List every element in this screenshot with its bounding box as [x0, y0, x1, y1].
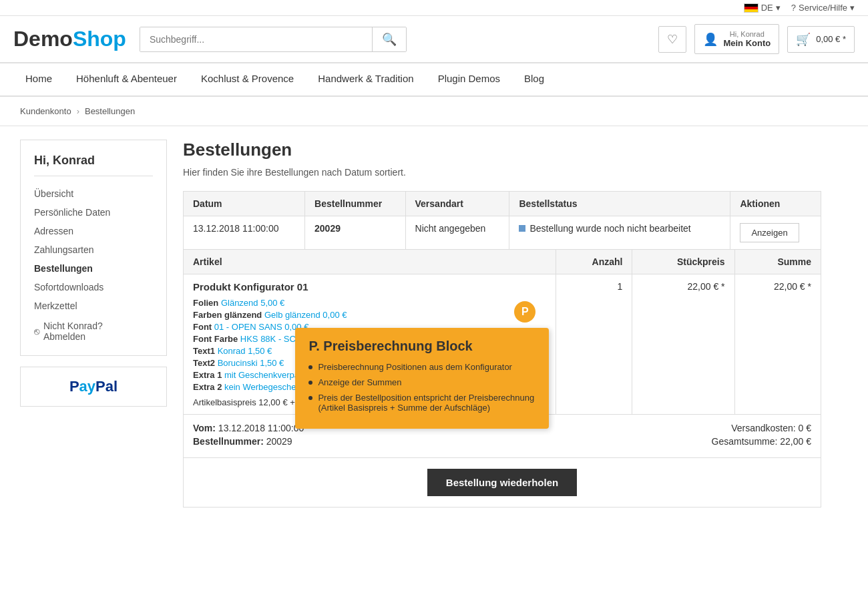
- page-subtitle: Hier finden Sie ihre Bestellungen nach D…: [183, 167, 821, 178]
- tooltip-text-3: Preis der Bestellposition entspricht der…: [318, 393, 535, 413]
- nav-item-home[interactable]: Home: [13, 63, 64, 95]
- logo[interactable]: DemoShop: [13, 27, 126, 51]
- sidebar-item-sofortdownloads[interactable]: Sofortdownloads: [34, 278, 153, 296]
- question-icon: ?: [791, 3, 796, 13]
- order-aktionen-cell: Anzeigen: [730, 216, 821, 250]
- tooltip-item-2: Anzeige der Summen: [308, 377, 535, 387]
- basispreis-value: 12,00 €: [258, 397, 290, 407]
- order-row: 13.12.2018 11:00:00 20029 Nicht angegebe…: [184, 216, 821, 250]
- sidebar-item-bestellungen[interactable]: Bestellungen: [34, 259, 153, 278]
- main-nav: Home Höhenluft & Abenteuer Kochlust & Pr…: [0, 63, 868, 97]
- status-dot-icon: [519, 225, 525, 232]
- th-aktionen: Aktionen: [730, 192, 821, 216]
- footer-right: Versandkosten: 0 € Gesamtsumme: 22,00 €: [712, 423, 811, 449]
- sidebar-item-adressen[interactable]: Adressen: [34, 222, 153, 240]
- sidebar: Hi, Konrad Übersicht Persönliche Daten A…: [20, 140, 167, 508]
- service-chevron-icon: ▾: [850, 3, 855, 13]
- account-label: Mein Konto: [723, 38, 771, 48]
- sidebar-item-ubersicht[interactable]: Übersicht: [34, 184, 153, 203]
- main-layout: Hi, Konrad Übersicht Persönliche Daten A…: [0, 126, 841, 521]
- breadcrumb-separator: ›: [77, 106, 79, 116]
- th-versandart: Versandart: [405, 192, 509, 216]
- breadcrumb-root[interactable]: Kundenkonto: [20, 106, 71, 116]
- config-farben: Farben glänzend Gelb glänzend 0,00 €: [193, 310, 546, 320]
- sidebar-item-merkzettel[interactable]: Merkzettel: [34, 296, 153, 315]
- header-actions: ♡ 👤 Hi, Konrad Mein Konto 🛒 0,00 € *: [658, 24, 855, 54]
- search-button[interactable]: 🔍: [372, 27, 406, 51]
- article-row: Produkt Konfigurator 01 Folien Glänzend …: [184, 274, 821, 415]
- orders-table: Datum Bestellnummer Versandart Bestellst…: [183, 191, 821, 250]
- article-detail-cell: Produkt Konfigurator 01 Folien Glänzend …: [184, 274, 556, 415]
- service-help-link[interactable]: ? Service/Hilfe ▾: [791, 3, 855, 13]
- nav-item-handwerk[interactable]: Handwerk & Tradition: [306, 63, 425, 95]
- flag-de-icon: [744, 3, 758, 13]
- order-status-text: Bestellung wurde noch nicht bearbeitet: [529, 223, 690, 234]
- order-datum: 13.12.2018 11:00:00: [184, 216, 305, 250]
- top-bar: DE ▾ ? Service/Hilfe ▾: [0, 0, 868, 16]
- sidebar-greeting: Hi, Konrad: [34, 154, 153, 176]
- search-bar: 🔍: [140, 27, 407, 52]
- search-icon: 🔍: [382, 33, 397, 46]
- nav-item-blog[interactable]: Blog: [512, 63, 556, 95]
- article-table: Artikel Anzahl Stückpreis Summe Produkt …: [183, 250, 821, 415]
- paypal-logo: PayPal: [69, 378, 118, 395]
- config-folien: Folien Glänzend 5,00 €: [193, 298, 546, 308]
- repeat-order-button[interactable]: Bestellung wiederholen: [427, 469, 577, 496]
- footer-gesamtsumme: Gesamtsumme: 22,00 €: [712, 436, 811, 447]
- th-datum: Datum: [184, 192, 305, 216]
- account-text: Hi, Konrad Mein Konto: [723, 30, 771, 48]
- language-selector[interactable]: DE ▾: [744, 3, 781, 13]
- th-bestellstatus: Bestellstatus: [509, 192, 730, 216]
- breadcrumb: Kundenkonto › Bestellungen: [0, 97, 868, 126]
- account-button[interactable]: 👤 Hi, Konrad Mein Konto: [694, 24, 779, 54]
- bullet-icon: [308, 396, 312, 400]
- user-icon: 👤: [703, 32, 718, 47]
- footer-bnr-label: Bestellnummer:: [193, 436, 264, 447]
- tooltip-title: P. Preisberechnung Block: [308, 339, 535, 354]
- footer-gs-label: Gesamtsumme:: [712, 436, 778, 447]
- th-anzahl: Anzahl: [556, 250, 632, 274]
- footer-vom: Vom: 13.12.2018 11:00:00: [193, 423, 304, 433]
- nav-item-plugin[interactable]: Plugin Demos: [426, 63, 512, 95]
- tooltip-item-1: Preisberechnung Positionen aus dem Konfi…: [308, 362, 535, 372]
- basispreis-label: Artikelbasispreis: [193, 397, 256, 407]
- th-artikel: Artikel: [184, 250, 556, 274]
- cart-icon: 🛒: [796, 32, 811, 47]
- product-name: Produkt Konfigurator 01: [193, 281, 546, 292]
- order-status-cell: Bestellung wurde noch nicht bearbeitet: [509, 216, 730, 250]
- logout-icon: ⎋: [34, 326, 39, 337]
- repeat-button-container: Bestellung wiederholen: [183, 458, 821, 508]
- sidebar-item-persoenliche-daten[interactable]: Persönliche Daten: [34, 203, 153, 222]
- footer-vom-label: Vom:: [193, 423, 216, 433]
- page-title: Bestellungen: [183, 140, 821, 160]
- footer-gs-value: 22,00 €: [780, 436, 811, 447]
- sidebar-logout[interactable]: ⎋ Nicht Konrad? Abmelden: [34, 321, 153, 342]
- anzeigen-button[interactable]: Anzeigen: [740, 223, 799, 242]
- lang-chevron-icon: ▾: [776, 3, 781, 13]
- logo-shop: Shop: [73, 27, 126, 51]
- th-stueckpreis: Stückpreis: [632, 250, 734, 274]
- lang-code: DE: [761, 3, 773, 13]
- article-stueckpreis: 22,00 € *: [632, 274, 734, 415]
- sidebar-paypal: PayPal: [20, 367, 167, 407]
- logo-demo: Demo: [13, 27, 73, 51]
- search-input[interactable]: [140, 27, 372, 51]
- footer-left: Vom: 13.12.2018 11:00:00 Bestellnummer: …: [193, 423, 304, 449]
- footer-vom-val: 13.12.2018 11:00:00: [218, 423, 304, 433]
- tooltip-text-2: Anzeige der Summen: [318, 377, 401, 387]
- article-summe: 22,00 € *: [734, 274, 821, 415]
- sidebar-item-zahlungsarten[interactable]: Zahlungsarten: [34, 240, 153, 259]
- account-hi: Hi, Konrad: [723, 30, 771, 38]
- wishlist-button[interactable]: ♡: [658, 26, 686, 53]
- service-label: Service/Hilfe: [799, 3, 847, 13]
- footer-vs-value: 0 €: [799, 423, 811, 433]
- footer-versandkosten: Versandkosten: 0 €: [712, 423, 811, 433]
- logout-not: Nicht Konrad?: [43, 321, 103, 331]
- bullet-icon: [308, 365, 312, 369]
- nav-item-kochlust[interactable]: Kochlust & Provence: [189, 63, 306, 95]
- order-versandart: Nicht angegeben: [405, 216, 509, 250]
- cart-button[interactable]: 🛒 0,00 € *: [787, 26, 855, 53]
- header: DemoShop 🔍 ♡ 👤 Hi, Konrad Mein Konto 🛒 0…: [0, 16, 868, 63]
- nav-item-hoehenluft[interactable]: Höhenluft & Abenteuer: [64, 63, 189, 95]
- heart-icon: ♡: [667, 33, 678, 46]
